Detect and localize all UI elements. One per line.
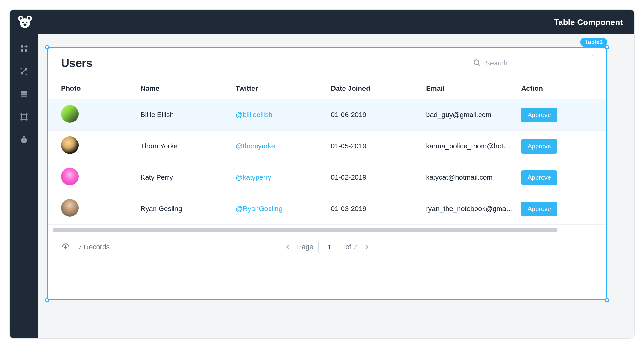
- selected-component[interactable]: Table1 Users: [47, 47, 607, 300]
- cell-name: Billie Eilish: [137, 99, 232, 131]
- svg-point-6: [26, 21, 27, 23]
- avatar: [61, 105, 79, 123]
- svg-rect-10: [25, 49, 27, 52]
- svg-rect-13: [21, 91, 27, 93]
- avatar: [61, 168, 79, 185]
- svg-point-19: [26, 118, 28, 121]
- table-row[interactable]: Katy Perry@katyperry01-02-2019katycat@ho…: [47, 162, 607, 193]
- topbar: Table Component: [10, 10, 634, 34]
- page-label: Page: [297, 243, 313, 251]
- table-component: Users: [47, 47, 607, 300]
- svg-rect-21: [23, 136, 25, 137]
- app-frame: Table Component Table1: [9, 9, 635, 339]
- twitter-link[interactable]: @thomyorke: [236, 142, 275, 150]
- approve-button[interactable]: Approve: [521, 170, 557, 185]
- svg-rect-9: [21, 49, 23, 52]
- table-row[interactable]: Thom Yorke@thomyorke01-05-2019karma_poli…: [47, 131, 607, 162]
- page-next-button[interactable]: [362, 243, 371, 252]
- horizontal-scrollbar[interactable]: [53, 228, 601, 232]
- col-date[interactable]: Date Joined: [327, 78, 422, 99]
- cell-date: 01-02-2019: [327, 162, 422, 193]
- col-twitter[interactable]: Twitter: [232, 78, 327, 99]
- body-area: Table1 Users: [10, 34, 634, 338]
- svg-rect-14: [21, 93, 27, 95]
- col-name[interactable]: Name: [137, 78, 232, 99]
- page-prev-button[interactable]: [283, 243, 292, 252]
- page-input[interactable]: [318, 240, 340, 254]
- sidebar: [10, 34, 38, 338]
- records-count: 7 Records: [78, 243, 110, 251]
- cell-email: karma_police_thom@hotmail.com: [422, 131, 517, 162]
- plug-icon[interactable]: [18, 65, 30, 78]
- page-title: Table Component: [554, 17, 623, 27]
- cell-name: Katy Perry: [137, 162, 232, 193]
- cell-name: Ryan Gosling: [137, 193, 232, 225]
- approve-button[interactable]: Approve: [521, 108, 557, 122]
- search-icon: [473, 59, 481, 68]
- avatar: [61, 136, 79, 154]
- cell-name: Thom Yorke: [137, 131, 232, 162]
- table-footer: 7 Records Page of 2: [47, 235, 607, 261]
- search-input[interactable]: [485, 59, 587, 67]
- download-icon[interactable]: [61, 241, 70, 253]
- approve-button[interactable]: Approve: [521, 202, 557, 216]
- col-photo[interactable]: Photo: [47, 78, 137, 99]
- search-box[interactable]: [467, 54, 593, 72]
- selection-tag: Table1: [580, 38, 607, 47]
- svg-point-2: [20, 17, 22, 20]
- twitter-link[interactable]: @RyanGosling: [236, 205, 283, 213]
- koala-logo-icon: [17, 15, 33, 30]
- cell-email: ryan_the_notebook@gmail.com: [422, 193, 517, 225]
- col-email[interactable]: Email: [422, 78, 517, 99]
- cell-date: 01-03-2019: [327, 193, 422, 225]
- svg-point-16: [20, 113, 22, 115]
- svg-point-18: [20, 118, 22, 121]
- page-of-label: of 2: [345, 243, 357, 251]
- twitter-link[interactable]: @billieeilish: [236, 111, 273, 119]
- users-table: Photo Name Twitter Date Joined Email Act…: [47, 78, 607, 225]
- widgets-icon[interactable]: [18, 42, 30, 55]
- editor-canvas[interactable]: Table1 Users: [38, 34, 634, 338]
- nodes-icon[interactable]: [18, 110, 30, 123]
- svg-rect-15: [21, 96, 27, 97]
- svg-point-3: [28, 17, 31, 20]
- twitter-link[interactable]: @katyperry: [236, 173, 271, 181]
- pager: Page of 2: [283, 240, 371, 254]
- col-action[interactable]: Action: [517, 78, 607, 99]
- approve-button[interactable]: Approve: [521, 139, 557, 154]
- cell-email: katycat@hotmail.com: [422, 162, 517, 193]
- svg-point-4: [20, 18, 30, 28]
- cell-date: 01-06-2019: [327, 99, 422, 131]
- svg-point-7: [24, 24, 27, 26]
- table-row[interactable]: Billie Eilish@billieeilish01-06-2019bad_…: [47, 99, 607, 131]
- svg-rect-8: [21, 45, 23, 48]
- avatar: [61, 199, 79, 217]
- svg-point-17: [26, 113, 28, 115]
- svg-point-11: [21, 72, 23, 74]
- table-header-row: Photo Name Twitter Date Joined Email Act…: [47, 78, 607, 99]
- scrollbar-thumb[interactable]: [53, 228, 557, 232]
- list-icon[interactable]: [18, 88, 30, 100]
- table-header: Users: [47, 47, 607, 78]
- stopwatch-icon[interactable]: [18, 133, 30, 146]
- table-title: Users: [61, 57, 93, 70]
- svg-point-12: [25, 68, 27, 71]
- table-row[interactable]: Ryan Gosling@RyanGosling01-03-2019ryan_t…: [47, 193, 607, 225]
- cell-date: 01-05-2019: [327, 131, 422, 162]
- cell-email: bad_guy@gmail.com: [422, 99, 517, 131]
- svg-point-5: [22, 21, 24, 23]
